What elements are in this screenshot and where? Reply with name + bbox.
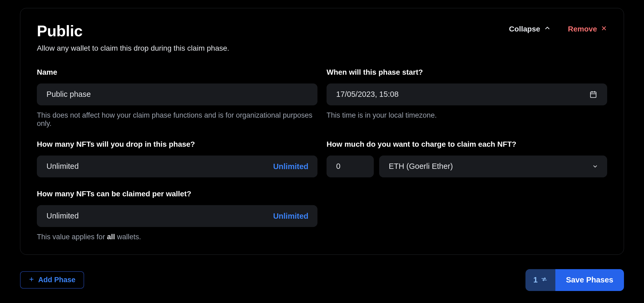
start-input-wrap <box>327 83 607 105</box>
nft-count-wrap: Unlimited <box>37 156 317 177</box>
name-helper: This does not affect how your claim phas… <box>37 111 317 128</box>
pending-count-badge: 1 <box>525 269 555 291</box>
per-wallet-label: How many NFTs can be claimed per wallet? <box>37 190 317 198</box>
title-group: Public Allow any wallet to claim this dr… <box>37 23 229 53</box>
per-wallet-helper: This value applies for all wallets. <box>37 233 317 241</box>
close-icon <box>601 25 607 33</box>
phase-title: Public <box>37 23 229 39</box>
remove-button[interactable]: Remove <box>568 25 607 33</box>
currency-value: ETH (Goerli Ether) <box>389 162 453 171</box>
name-field: Name This does not affect how your claim… <box>37 68 317 128</box>
collapse-label: Collapse <box>509 25 540 33</box>
save-phases-button[interactable]: Save Phases <box>555 269 624 291</box>
name-label: Name <box>37 68 317 77</box>
per-wallet-helper-bold: all <box>107 233 115 241</box>
currency-select[interactable]: ETH (Goerli Ether) <box>379 156 607 177</box>
per-wallet-field: How many NFTs can be claimed per wallet?… <box>37 190 317 241</box>
collapse-button[interactable]: Collapse <box>509 25 551 33</box>
card-header: Public Allow any wallet to claim this dr… <box>37 23 607 53</box>
price-label: How much do you want to charge to claim … <box>327 140 607 149</box>
price-row: ETH (Goerli Ether) <box>327 156 607 177</box>
swap-icon <box>541 276 547 284</box>
chevron-up-icon <box>544 25 551 33</box>
phase-subtitle: Allow any wallet to claim this drop duri… <box>37 44 229 53</box>
per-wallet-wrap: Unlimited <box>37 205 317 227</box>
start-label: When will this phase start? <box>327 68 607 77</box>
nft-count-unlimited-button[interactable]: Unlimited <box>273 162 308 171</box>
form-grid: Name This does not affect how your claim… <box>37 68 607 241</box>
remove-label: Remove <box>568 25 597 33</box>
per-wallet-helper-prefix: This value applies for <box>37 233 107 241</box>
price-field: How much do you want to charge to claim … <box>327 140 607 177</box>
start-helper: This time is in your local timezone. <box>327 111 607 119</box>
nft-count-field: How many NFTs will you drop in this phas… <box>37 140 317 177</box>
phase-card: Public Allow any wallet to claim this dr… <box>20 8 624 255</box>
plus-icon <box>29 276 34 284</box>
currency-select-wrap: ETH (Goerli Ether) <box>379 156 607 177</box>
add-phase-label: Add Phase <box>38 276 76 284</box>
start-input[interactable] <box>327 83 607 105</box>
add-phase-button[interactable]: Add Phase <box>20 271 84 289</box>
start-field: When will this phase start? This time is… <box>327 68 607 128</box>
per-wallet-unlimited-button[interactable]: Unlimited <box>273 212 308 220</box>
pending-count: 1 <box>533 276 538 284</box>
per-wallet-helper-suffix: wallets. <box>115 233 141 241</box>
price-input[interactable] <box>327 156 374 177</box>
nft-count-label: How many NFTs will you drop in this phas… <box>37 140 317 149</box>
empty-cell <box>327 190 607 241</box>
footer: Add Phase 1 Save Phases <box>20 269 624 291</box>
name-input[interactable] <box>37 83 317 105</box>
footer-right: 1 Save Phases <box>525 269 624 291</box>
header-actions: Collapse Remove <box>509 23 607 33</box>
